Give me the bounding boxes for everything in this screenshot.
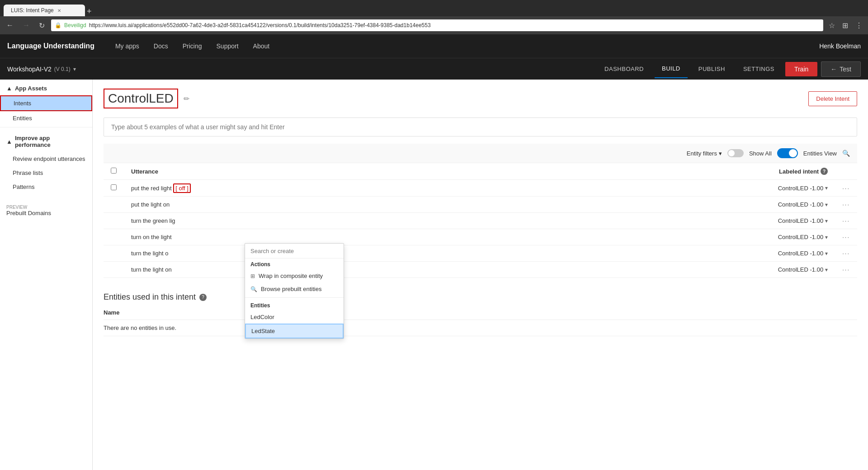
intent-dropdown-icon-3[interactable]: ▾ <box>825 218 828 224</box>
intent-dropdown-icon-1[interactable]: ▾ <box>825 185 828 191</box>
row-checkbox-cell-6 <box>104 262 124 278</box>
labeled-intent-cell-5: ControlLED -1.00 ▾ <box>708 245 835 262</box>
sidebar-item-review[interactable]: Review endpoint utterances <box>0 152 92 166</box>
back-button[interactable]: ← <box>4 19 16 31</box>
token-off[interactable]: [ off ] <box>173 183 191 193</box>
entities-view-label: Entities View <box>803 150 837 157</box>
dropdown-search-input[interactable] <box>250 248 338 254</box>
table-row: turn the light o ControlLED -1.00 ▾ ··· <box>104 245 857 262</box>
refresh-button[interactable]: ↻ <box>36 19 47 32</box>
subnav-dashboard[interactable]: DASHBOARD <box>597 60 651 78</box>
sidebar-improve-header[interactable]: ▲ Improve app performance <box>0 129 92 152</box>
filter-area: Entity filters ▾ Show All Entities View … <box>687 148 850 158</box>
table-header-row: Utterance Labeled intent ? <box>104 163 857 180</box>
entities-help-icon[interactable]: ? <box>199 294 207 301</box>
nav-docs[interactable]: Docs <box>146 35 175 57</box>
nav-support[interactable]: Support <box>209 35 246 57</box>
sidebar-item-entities[interactable]: Entities <box>0 111 92 125</box>
menu-button[interactable]: ⋮ <box>854 20 864 31</box>
address-bar[interactable]: 🔒 Beveiligd https://www.luis.ai/applicat… <box>51 19 823 31</box>
app-version: (V 0.1) <box>54 66 71 72</box>
row-actions-icon-1[interactable]: ··· <box>842 185 850 192</box>
entities-view-toggle[interactable] <box>777 148 798 158</box>
actions-cell-2: ··· <box>835 197 857 213</box>
col-header-labeled-intent: Labeled intent ? <box>708 163 835 180</box>
dropdown-entity-ledstate[interactable]: LedState <box>245 324 344 338</box>
utterance-input[interactable] <box>104 118 857 136</box>
intent-dropdown-icon-4[interactable]: ▾ <box>825 234 828 240</box>
actions-cell-1: ··· <box>835 180 857 197</box>
edit-intent-icon[interactable]: ✏ <box>184 94 189 103</box>
intent-dropdown-icon-2[interactable]: ▾ <box>825 202 828 208</box>
utterance-text-cell-2: put the light on <box>124 197 708 213</box>
sidebar-section-improve: ▲ Improve app performance Review endpoin… <box>0 129 92 194</box>
tab-close-icon[interactable]: ✕ <box>57 8 61 13</box>
dropdown-wrap-composite[interactable]: ⊞ Wrap in composite entity <box>245 269 344 282</box>
row-actions-icon-6[interactable]: ··· <box>842 266 850 273</box>
dropdown-browse-prebuilt[interactable]: 🔍 Browse prebuilt entities <box>245 282 344 296</box>
intent-dropdown-icon-5[interactable]: ▾ <box>825 250 828 257</box>
main-layout: ▲ App Assets Intents Entities ▲ Improve … <box>0 80 868 470</box>
entities-table-header-row: Name Labeled utterances <box>104 306 857 320</box>
sidebar-section-app-assets: ▲ App Assets Intents Entities <box>0 80 92 125</box>
intent-dropdown-icon-6[interactable]: ▾ <box>825 267 828 273</box>
app-chevron-icon[interactable]: ▾ <box>73 66 76 72</box>
new-tab-button[interactable]: + <box>87 7 92 16</box>
utterance-text-before: put the red light <box>131 185 173 192</box>
table-search-icon[interactable]: 🔍 <box>842 150 850 157</box>
utterance-text-4: turn on the light <box>131 234 172 240</box>
entities-empty-row: There are no entities in use. <box>104 320 857 336</box>
top-nav: Language Understanding My apps Docs Pric… <box>0 34 868 58</box>
nav-pricing[interactable]: Pricing <box>175 35 209 57</box>
bookmark-button[interactable]: ☆ <box>827 20 837 31</box>
select-all-checkbox[interactable] <box>111 168 117 174</box>
sidebar-entities-label: Entities <box>13 115 32 122</box>
labeled-intent-label: Labeled intent <box>779 168 819 175</box>
train-button[interactable]: Train <box>785 62 817 76</box>
intent-label-6: ControlLED -1.00 <box>778 266 823 273</box>
subnav-settings[interactable]: SETTINGS <box>736 60 782 78</box>
dropdown-entities-label: Entities <box>245 300 344 310</box>
prebuilt-section: PREVIEW Prebuilt Domains <box>6 205 93 216</box>
select-all-checkbox-cell <box>104 163 124 180</box>
row-actions-icon-4[interactable]: ··· <box>842 234 850 240</box>
test-button[interactable]: ← Test <box>821 61 861 77</box>
subnav-publish[interactable]: PUBLISH <box>691 60 732 78</box>
row-checkbox-1[interactable] <box>111 184 117 190</box>
intent-label-3: ControlLED -1.00 <box>778 217 823 224</box>
app-name: WorkshopAI-V2 (V 0.1) ▾ <box>7 66 76 73</box>
sidebar-app-assets-header[interactable]: ▲ App Assets <box>0 80 92 95</box>
extensions-button[interactable]: ⊞ <box>840 20 850 31</box>
labeled-intent-cell-4: ControlLED -1.00 ▾ <box>708 229 835 245</box>
sidebar-bottom: PREVIEW Prebuilt Domains <box>6 205 93 216</box>
sidebar-item-phrase-lists[interactable]: Phrase lists <box>0 166 92 180</box>
labeled-intent-cell-1: ControlLED -1.00 ▾ <box>708 180 835 197</box>
forward-button[interactable]: → <box>20 19 33 31</box>
row-actions-icon-3[interactable]: ··· <box>842 217 850 224</box>
wrap-icon: ⊞ <box>250 273 255 279</box>
actions-cell-4: ··· <box>835 229 857 245</box>
nav-my-apps[interactable]: My apps <box>108 35 146 57</box>
prebuilt-domains-link[interactable]: Prebuilt Domains <box>6 210 93 216</box>
show-all-toggle[interactable] <box>727 149 744 157</box>
active-tab[interactable]: LUIS: Intent Page ✕ <box>4 5 85 16</box>
utterance-text-cell-6: turn the light on <box>124 262 708 278</box>
nav-links: My apps Docs Pricing Support About <box>108 35 819 57</box>
secure-label: Beveiligd <box>64 22 86 28</box>
labeled-intent-cell-3: ControlLED -1.00 ▾ <box>708 213 835 229</box>
row-actions-icon-2[interactable]: ··· <box>842 201 850 208</box>
app-assets-chevron-icon: ▲ <box>6 85 12 92</box>
entity-filters-button[interactable]: Entity filters ▾ <box>687 150 722 157</box>
nav-about[interactable]: About <box>246 35 277 57</box>
table-row: turn the light on ControlLED -1.00 ▾ ··· <box>104 262 857 278</box>
sidebar-item-patterns[interactable]: Patterns <box>0 180 92 194</box>
entity-ledcolor-label: LedColor <box>250 314 274 320</box>
main-content: ControlLED ✏ Delete Intent Entity filter… <box>93 80 868 470</box>
delete-intent-button[interactable]: Delete Intent <box>808 91 857 106</box>
subnav-build[interactable]: BUILD <box>655 60 688 78</box>
labeled-intent-help-icon[interactable]: ? <box>821 168 828 175</box>
address-bar-row: ← → ↻ 🔒 Beveiligd https://www.luis.ai/ap… <box>0 16 868 34</box>
row-actions-icon-5[interactable]: ··· <box>842 250 850 257</box>
sidebar-item-intents[interactable]: Intents <box>0 95 92 111</box>
dropdown-entity-ledcolor[interactable]: LedColor <box>245 310 344 324</box>
